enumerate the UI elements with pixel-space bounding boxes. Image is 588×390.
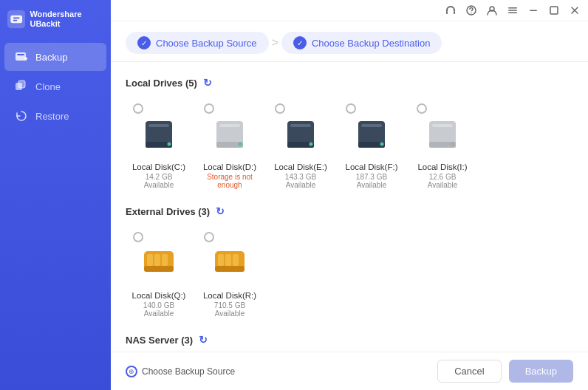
drive-c[interactable]: Local Disk(C:) 14.2 GB Available	[126, 96, 192, 195]
svg-rect-17	[550, 7, 558, 14]
drive-r-radio[interactable]	[204, 232, 214, 242]
sidebar-nav: Backup Clone Restore	[0, 40, 111, 133]
drive-f-radio[interactable]	[346, 103, 356, 114]
sidebar-item-clone[interactable]: Clone	[4, 72, 106, 100]
app-logo: Wondershare UBackit	[0, 0, 111, 40]
drive-r-space: 710.5 GB Available	[204, 301, 256, 318]
drive-c-icon	[143, 117, 175, 158]
wizard-step-destination[interactable]: ✓ Choose Backup Destination	[281, 32, 442, 54]
nas-server-refresh-icon[interactable]: ↻	[199, 334, 211, 346]
drive-i-name: Local Disk(I:)	[417, 162, 467, 171]
content-area: Local Drives (5) ↻ Local Disk(C:) 14.2 G…	[111, 62, 588, 352]
sidebar-item-backup[interactable]: Backup	[4, 43, 106, 71]
drive-q[interactable]: Local Disk(Q:) 140.0 GB Available	[126, 225, 192, 324]
drive-r-name: Local Disk(R:)	[203, 291, 256, 300]
backup-button[interactable]: Backup	[509, 360, 573, 383]
drive-f[interactable]: Local Disk(F:) 187.3 GB Available	[338, 96, 405, 195]
svg-rect-16	[530, 10, 537, 12]
drive-c-name: Local Disk(C:)	[132, 162, 185, 171]
drive-e-icon	[284, 117, 317, 158]
local-drives-refresh-icon[interactable]: ↻	[203, 77, 215, 89]
menu-icon[interactable]	[507, 4, 519, 16]
svg-rect-44	[215, 266, 245, 272]
drive-d-space: Storage is not enough	[204, 173, 256, 189]
step-source-check: ✓	[137, 36, 151, 49]
drive-i-space: 12.6 GB Available	[417, 173, 468, 189]
drive-f-space: 187.3 GB Available	[346, 173, 397, 189]
drive-i-icon	[426, 117, 459, 158]
drive-r-icon	[213, 245, 246, 287]
wizard-step-source[interactable]: ✓ Choose Backup Source	[126, 32, 269, 54]
drive-q-icon	[143, 245, 175, 287]
svg-point-32	[380, 143, 384, 146]
titlebar	[111, 0, 588, 21]
external-drives-grid: Local Disk(Q:) 140.0 GB Available Local …	[126, 225, 573, 324]
drive-e-name: Local Disk(E:)	[274, 162, 327, 171]
external-drives-label: External Drives (3)	[126, 206, 210, 217]
drive-c-space: 14.2 GB Available	[133, 173, 185, 189]
svg-point-20	[168, 143, 171, 146]
drive-e[interactable]: Local Disk(E:) 143.3 GB Available	[267, 96, 334, 195]
svg-rect-21	[148, 124, 169, 127]
headset-icon[interactable]	[445, 4, 457, 16]
user-icon[interactable]	[486, 4, 498, 16]
drive-i-radio[interactable]	[417, 103, 427, 114]
backup-label: Backup	[35, 52, 67, 63]
footer-buttons: Cancel Backup	[437, 360, 573, 383]
titlebar-controls	[445, 4, 581, 16]
wizard-step-source-label: Choose Backup Source	[156, 38, 257, 49]
drive-e-space: 143.3 GB Available	[275, 173, 327, 189]
drive-d[interactable]: Local Disk(D:) Storage is not enough	[196, 96, 263, 195]
svg-rect-8	[446, 11, 448, 14]
svg-rect-7	[18, 81, 25, 88]
drive-d-icon	[213, 117, 246, 158]
clone-label: Clone	[35, 81, 61, 92]
footer-source[interactable]: ⊕ Choose Backup Source	[126, 366, 235, 377]
svg-rect-2	[13, 17, 20, 18]
restore-label: Restore	[35, 111, 69, 122]
clone-icon	[15, 80, 28, 93]
svg-rect-1	[10, 16, 22, 23]
footer: ⊕ Choose Backup Source Cancel Backup	[111, 352, 588, 390]
drive-f-icon	[355, 117, 388, 158]
svg-point-36	[451, 143, 455, 146]
nas-server-header: NAS Server (3) ↻	[126, 334, 573, 346]
nas-server-label: NAS Server (3)	[126, 335, 193, 346]
drive-q-radio[interactable]	[133, 232, 143, 242]
svg-rect-5	[17, 54, 24, 55]
svg-rect-40	[147, 254, 153, 266]
svg-rect-46	[225, 254, 231, 266]
drive-q-name: Local Disk(Q:)	[132, 291, 186, 300]
restore-icon	[15, 109, 28, 123]
drive-r[interactable]: Local Disk(R:) 710.5 GB Available	[196, 225, 263, 324]
help-icon[interactable]	[465, 4, 477, 16]
svg-rect-37	[432, 124, 453, 127]
svg-rect-39	[144, 266, 174, 272]
drive-e-radio[interactable]	[275, 103, 285, 114]
drive-c-radio[interactable]	[133, 103, 143, 114]
svg-rect-13	[508, 7, 517, 9]
local-drives-header: Local Drives (5) ↻	[126, 77, 573, 89]
wizard-bar: ✓ Choose Backup Source > ✓ Choose Backup…	[111, 21, 588, 62]
svg-rect-33	[361, 124, 382, 127]
drive-d-radio[interactable]	[204, 103, 214, 114]
app-name: Wondershare UBackit	[30, 10, 103, 29]
sidebar-item-restore[interactable]: Restore	[4, 102, 106, 130]
cancel-button[interactable]: Cancel	[437, 360, 501, 383]
main-panel: ✓ Choose Backup Source > ✓ Choose Backup…	[111, 0, 588, 390]
svg-rect-45	[218, 254, 224, 266]
svg-rect-47	[233, 254, 239, 266]
minimize-icon[interactable]	[527, 4, 539, 16]
external-drives-header: External Drives (3) ↻	[126, 205, 573, 217]
sidebar: Wondershare UBackit Backup Clone	[0, 0, 111, 390]
wizard-separator: >	[272, 36, 278, 49]
svg-rect-3	[13, 20, 17, 21]
maximize-icon[interactable]	[548, 4, 560, 16]
drive-i[interactable]: Local Disk(I:) 12.6 GB Available	[409, 96, 476, 195]
svg-rect-14	[508, 10, 517, 11]
close-icon[interactable]	[569, 4, 581, 16]
local-drives-grid: Local Disk(C:) 14.2 GB Available Local D…	[126, 96, 573, 195]
step-dest-check: ✓	[293, 36, 307, 49]
svg-rect-41	[154, 254, 160, 266]
external-drives-refresh-icon[interactable]: ↻	[216, 205, 228, 217]
